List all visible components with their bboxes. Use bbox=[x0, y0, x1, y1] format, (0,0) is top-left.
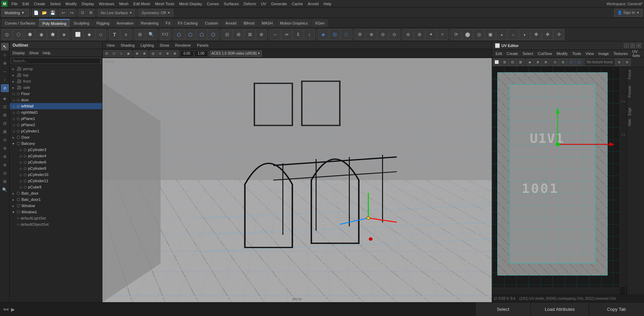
viewport-panel[interactable]: View Shading Lighting Show Renderer Pane… bbox=[102, 41, 492, 302]
left-tool-12[interactable]: ⊙ bbox=[1, 136, 9, 144]
uv-icon-12[interactable]: ⊛ bbox=[615, 58, 623, 66]
vp-btn-3[interactable]: □ bbox=[118, 50, 125, 57]
tab-animation[interactable]: Animation bbox=[113, 19, 137, 27]
tool-icon-3[interactable]: ⬢ bbox=[24, 29, 35, 40]
tool-icon-18[interactable]: ⬡ bbox=[208, 29, 219, 40]
menu-create[interactable]: Create bbox=[31, 1, 48, 7]
tool-icon-27[interactable]: ◈ bbox=[318, 29, 329, 40]
tool-icon-17[interactable]: ⬡ bbox=[196, 29, 207, 40]
uv-icon-10[interactable]: ⬡ bbox=[567, 58, 575, 66]
vp-far-input[interactable]: 1.00 bbox=[194, 50, 208, 57]
tool-icon-24[interactable]: ⇔ bbox=[281, 29, 292, 40]
tool-icon-22[interactable]: ⊕ bbox=[256, 29, 267, 40]
uv-menu-uv-sets[interactable]: UV Sets bbox=[630, 50, 642, 57]
tab-mash[interactable]: MASH bbox=[258, 19, 276, 27]
tool-icon-14[interactable]: XYZ bbox=[160, 29, 171, 40]
outliner-help-menu[interactable]: Help bbox=[43, 51, 51, 55]
tool-icon-37[interactable]: ✧ bbox=[437, 29, 448, 40]
tool-icon-4[interactable]: ◉ bbox=[36, 29, 47, 40]
list-item[interactable]: ◇ ◇ leftWall bbox=[10, 103, 102, 109]
uv-icon-7[interactable]: ⊗ bbox=[542, 58, 550, 66]
tool-icon-6[interactable]: ◈ bbox=[58, 29, 70, 40]
tool-icon-43[interactable]: ⬦ bbox=[508, 29, 519, 40]
list-item[interactable]: ○ defaultLightSet bbox=[10, 215, 102, 221]
tool-icon-26[interactable]: ↕ bbox=[304, 29, 315, 40]
tool-icon-34[interactable]: ⊚ bbox=[402, 29, 414, 40]
left-tool-11[interactable]: ⊠ bbox=[1, 128, 9, 136]
sign-in-btn[interactable]: 👤 Sign In ▼ bbox=[614, 9, 643, 17]
load-attributes-button[interactable]: Load Attributes bbox=[530, 303, 589, 316]
list-item[interactable]: ◇ ◇ pCylinder11 bbox=[10, 178, 102, 184]
vp-btn-9[interactable]: ⊚ bbox=[164, 50, 171, 57]
left-tool-16[interactable]: ⊝ bbox=[1, 169, 9, 177]
vp-btn-1[interactable]: ⊡ bbox=[103, 50, 110, 57]
tool-icon-46[interactable]: ✥ bbox=[542, 29, 553, 40]
tool-icon-32[interactable]: ⊘ bbox=[377, 29, 388, 40]
list-item[interactable]: ▸ 🎥 top bbox=[10, 72, 102, 78]
tab-custom[interactable]: Custom bbox=[201, 19, 221, 27]
menu-edit[interactable]: Edit bbox=[20, 1, 31, 7]
uv-editor-minimize-btn[interactable]: − bbox=[624, 43, 629, 48]
uv-menu-cut-sew[interactable]: Cut/Sew bbox=[536, 51, 554, 56]
tool-icon-35[interactable]: ⊛ bbox=[414, 29, 425, 40]
menu-generate[interactable]: Generate bbox=[269, 1, 289, 7]
symmetry-btn[interactable]: Symmetry: Off ▼ bbox=[138, 9, 173, 17]
tool-icon-42[interactable]: ⬥ bbox=[496, 29, 507, 40]
tool-icon-39[interactable]: ⬤ bbox=[462, 29, 473, 40]
undo-btn[interactable]: ↩ bbox=[60, 9, 67, 17]
vp-btn-2[interactable]: ⬡ bbox=[110, 50, 117, 57]
tool-icon-7[interactable]: ⬜ bbox=[72, 29, 83, 40]
uv-icon-6[interactable]: ⊕ bbox=[534, 58, 542, 66]
list-item[interactable]: ◇ ◇ pPlane2 bbox=[10, 122, 102, 128]
vp-btn-4[interactable]: ◈ bbox=[125, 50, 132, 57]
tool-icon-23[interactable]: ↔ bbox=[270, 29, 281, 40]
tool-icon-36[interactable]: ✦ bbox=[425, 29, 436, 40]
left-tool-18[interactable]: 🔍 bbox=[1, 186, 9, 194]
menu-display[interactable]: Display bbox=[79, 1, 97, 7]
tool-icon-44[interactable]: ⬧ bbox=[519, 29, 530, 40]
tab-curves-surfaces[interactable]: Curves / Surfaces bbox=[1, 19, 38, 27]
uv-icon-5[interactable]: ◈ bbox=[526, 58, 534, 66]
vp-btn-5[interactable]: ⊕ bbox=[134, 50, 140, 57]
uv-menu-tools[interactable]: Tools bbox=[570, 51, 583, 56]
list-item[interactable]: ◇ ◇ rightWall1 bbox=[10, 109, 102, 115]
menu-edit-mesh[interactable]: Edit Mesh bbox=[131, 1, 153, 7]
outliner-display-menu[interactable]: Display bbox=[12, 51, 25, 55]
uv-icon-11[interactable]: ⬡ bbox=[575, 58, 583, 66]
uv-editor-maximize-btn[interactable]: □ bbox=[630, 43, 635, 48]
new-file-btn[interactable]: 📄 bbox=[32, 9, 40, 17]
list-item[interactable]: ◇ ◇ Floor bbox=[10, 91, 102, 97]
tab-arnold[interactable]: Arnold bbox=[222, 19, 240, 27]
left-tool-8[interactable]: ⊡ bbox=[1, 103, 9, 111]
vp-near-input[interactable]: 0.00 bbox=[180, 50, 194, 57]
tool-icon-30[interactable]: ⚙ bbox=[354, 29, 365, 40]
workspace-dropdown[interactable]: Modeling ▼ bbox=[1, 9, 29, 17]
left-tool-5[interactable]: ↕ bbox=[1, 76, 9, 84]
list-item[interactable]: ◇ ◇ pCylinder10 bbox=[10, 171, 102, 178]
tool-icon-41[interactable]: ▣ bbox=[485, 29, 496, 40]
list-item[interactable]: ◇ ◇ pCylinder8 bbox=[10, 165, 102, 171]
tool-icon-16[interactable]: ⬡ bbox=[185, 29, 196, 40]
list-item[interactable]: ◇ ◇ door bbox=[10, 97, 102, 103]
tab-rendering[interactable]: Rendering bbox=[137, 19, 162, 27]
uv-icon-4[interactable]: ⊠ bbox=[517, 58, 524, 66]
uv-menu-view[interactable]: View bbox=[583, 51, 596, 56]
tool-icon-45[interactable]: ✤ bbox=[530, 29, 542, 40]
list-item[interactable]: ◇ ◇ pCylinder1 bbox=[10, 128, 102, 134]
list-item[interactable]: ▾ ⬡ Balcony bbox=[10, 140, 102, 147]
tab-fx[interactable]: FX bbox=[162, 19, 174, 27]
uv-icon-8[interactable]: ⊙ bbox=[551, 58, 559, 66]
menu-surfaces[interactable]: Surfaces bbox=[221, 1, 241, 7]
list-item[interactable]: ▸ 🎥 front bbox=[10, 78, 102, 84]
list-item[interactable]: ◇ ◇ pPlane1 bbox=[10, 115, 102, 122]
menu-mesh[interactable]: Mesh bbox=[117, 1, 131, 7]
uv-menu-create[interactable]: Create bbox=[505, 51, 520, 56]
tool-icon-29[interactable]: □ bbox=[341, 29, 352, 40]
left-tool-2[interactable]: ⊹ bbox=[1, 51, 9, 59]
menu-arnold[interactable]: Arnold bbox=[305, 1, 321, 7]
vp-btn-6[interactable]: ⊗ bbox=[141, 50, 148, 57]
viewport-3d[interactable]: persp persp bbox=[102, 58, 492, 302]
tool-icon-38[interactable]: ⟳ bbox=[451, 29, 462, 40]
tool-icon-33[interactable]: ⊙ bbox=[389, 29, 400, 40]
menu-curves[interactable]: Curves bbox=[205, 1, 221, 7]
